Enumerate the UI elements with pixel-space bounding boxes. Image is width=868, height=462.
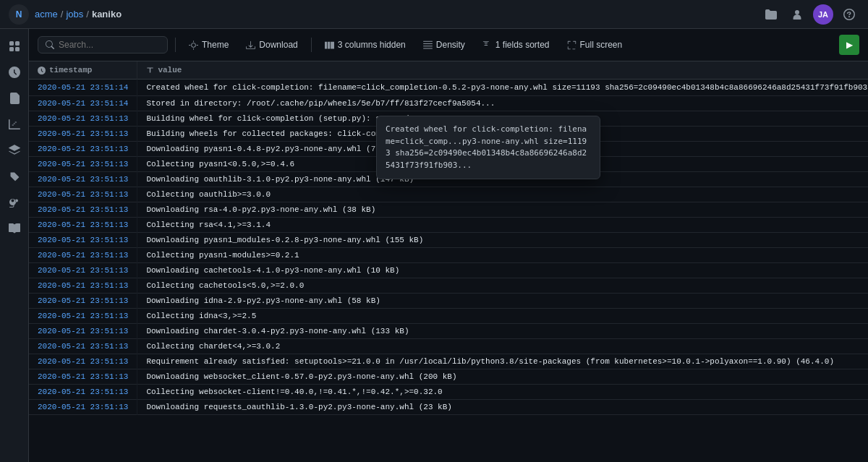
sort-icon — [482, 40, 492, 50]
run-button[interactable]: ▶ — [839, 35, 859, 55]
book-icon — [9, 223, 20, 234]
search-icon — [46, 40, 54, 49]
cell-value: Stored in directory: /root/.cache/pip/wh… — [137, 96, 868, 111]
breadcrumb-sep-2: / — [86, 9, 89, 20]
theme-button[interactable]: Theme — [183, 37, 234, 53]
theme-label: Theme — [202, 40, 229, 50]
cell-value: Downloading requests_oauthlib-1.3.0-py2.… — [137, 400, 868, 415]
cell-value: Collecting cachetools<5.0,>=2.0.0 — [137, 278, 868, 294]
th-timestamp[interactable]: timestamp — [29, 61, 137, 80]
avatar[interactable]: JA — [813, 4, 833, 25]
cell-timestamp: 2020-05-21 23:51:13 — [29, 278, 137, 294]
fullscreen-button[interactable]: Full screen — [561, 37, 629, 53]
sidebar-item-book[interactable] — [3, 217, 26, 240]
sidebar-item-file[interactable] — [3, 87, 26, 110]
cell-value: Collecting idna<3,>=2.5 — [137, 309, 868, 324]
top-nav: N acme / jobs / kaniko JA — [0, 0, 868, 29]
cell-value: Collecting rsa<4.1,>=3.1.4 — [137, 218, 868, 233]
log-table: timestamp value — [29, 61, 868, 415]
breadcrumb-acme[interactable]: acme — [35, 9, 58, 20]
cell-timestamp: 2020-05-21 23:51:13 — [29, 324, 137, 339]
density-button[interactable]: Density — [417, 37, 471, 53]
cell-timestamp: 2020-05-21 23:51:13 — [29, 400, 137, 415]
table-header-row: timestamp value — [29, 61, 868, 80]
cell-value: Downloading websocket_client-0.57.0-py2.… — [137, 369, 868, 385]
fields-sorted-label: 1 fields sorted — [495, 40, 550, 50]
breadcrumb-sep-1: / — [61, 9, 64, 20]
th-value[interactable]: value — [137, 61, 868, 80]
cell-value: Downloading cachetools-4.1.0-py3-none-an… — [137, 263, 868, 278]
table-row: 2020-05-21 23:51:13Downloading requests_… — [29, 400, 868, 415]
cell-timestamp: 2020-05-21 23:51:13 — [29, 263, 137, 278]
fullscreen-label: Full screen — [580, 40, 623, 50]
breadcrumb-jobs[interactable]: jobs — [66, 9, 83, 20]
sidebar-item-layers[interactable] — [3, 139, 26, 162]
th-timestamp-label: timestamp — [49, 66, 92, 74]
grid-icon — [9, 40, 20, 52]
cell-timestamp: 2020-05-21 23:51:13 — [29, 385, 137, 400]
cell-timestamp: 2020-05-21 23:51:13 — [29, 339, 137, 354]
cell-value: Downloading chardet-3.0.4-py2.py3-none-a… — [137, 324, 868, 339]
th-value-label: value — [158, 66, 182, 74]
table-row: 2020-05-21 23:51:14Stored in directory: … — [29, 96, 868, 111]
sidebar-item-tag[interactable] — [3, 165, 26, 188]
clock-col-icon — [38, 67, 46, 74]
cell-value: Collecting chardet<4,>=3.0.2 — [137, 339, 868, 354]
table-row: 2020-05-21 23:51:13Downloading pyasn1_mo… — [29, 233, 868, 248]
log-tooltip: Created wheel for click-completion: file… — [376, 116, 600, 179]
table-row: 2020-05-21 23:51:13Collecting idna<3,>=2… — [29, 309, 868, 324]
sidebar-item-grid[interactable] — [3, 35, 26, 58]
cell-timestamp: 2020-05-21 23:51:13 — [29, 202, 137, 218]
table-row: 2020-05-21 23:51:13Requirement already s… — [29, 354, 868, 369]
search-box[interactable] — [38, 36, 168, 54]
breadcrumb-current: kaniko — [92, 9, 122, 20]
density-icon — [423, 40, 433, 50]
file-icon — [9, 93, 20, 104]
cell-timestamp: 2020-05-21 23:51:13 — [29, 172, 137, 187]
toolbar-separator-2 — [311, 38, 312, 52]
cell-value: Downloading pyasn1_modules-0.2.8-py3-non… — [137, 233, 868, 248]
search-input[interactable] — [59, 40, 145, 50]
table-row: 2020-05-21 23:51:13Collecting cachetools… — [29, 278, 868, 294]
cell-timestamp: 2020-05-21 23:51:13 — [29, 142, 137, 157]
user-icon-btn[interactable] — [787, 4, 807, 25]
folder-icon-btn[interactable] — [761, 4, 781, 25]
nav-logo[interactable]: N — [9, 4, 29, 25]
sidebar — [0, 29, 29, 462]
cell-timestamp: 2020-05-21 23:51:13 — [29, 127, 137, 142]
cell-timestamp: 2020-05-21 23:51:13 — [29, 369, 137, 385]
cell-timestamp: 2020-05-21 23:51:13 — [29, 233, 137, 248]
clock-icon — [9, 67, 20, 78]
cell-value: Downloading idna-2.9-py2.py3-none-any.wh… — [137, 294, 868, 309]
table-row: 2020-05-21 23:51:13Downloading rsa-4.0-p… — [29, 202, 868, 218]
cell-value: Collecting websocket-client!=0.40.0,!=0.… — [137, 385, 868, 400]
help-icon-btn[interactable] — [839, 4, 859, 25]
table-row: 2020-05-21 23:51:13Downloading websocket… — [29, 369, 868, 385]
cell-value: Collecting pyasn1-modules>=0.2.1 — [137, 248, 868, 263]
sidebar-item-clock[interactable] — [3, 61, 26, 84]
cell-value: Collecting oauthlib>=3.0.0 — [137, 187, 868, 202]
fields-sorted-button[interactable]: 1 fields sorted — [477, 37, 556, 53]
table-row: 2020-05-21 23:51:13Downloading idna-2.9-… — [29, 294, 868, 309]
cell-timestamp: 2020-05-21 23:51:13 — [29, 309, 137, 324]
cell-timestamp: 2020-05-21 23:51:13 — [29, 248, 137, 263]
download-label: Download — [259, 40, 297, 50]
breadcrumb: acme / jobs / kaniko — [35, 9, 122, 20]
help-icon — [843, 9, 855, 20]
user-icon — [791, 9, 803, 20]
main-content: Theme Download 3 columns hidden — [29, 29, 868, 462]
columns-hidden-button[interactable]: 3 columns hidden — [319, 37, 412, 53]
layout: Theme Download 3 columns hidden — [0, 29, 868, 462]
table-row: 2020-05-21 23:51:13Collecting chardet<4,… — [29, 339, 868, 354]
toolbar: Theme Download 3 columns hidden — [29, 29, 868, 61]
chart-icon — [9, 119, 20, 130]
sidebar-item-users[interactable] — [3, 191, 26, 214]
cell-timestamp: 2020-05-21 23:51:14 — [29, 80, 137, 96]
cell-value: Created wheel for click-completion: file… — [137, 80, 868, 96]
table-row: 2020-05-21 23:51:13Collecting websocket-… — [29, 385, 868, 400]
download-button[interactable]: Download — [240, 37, 303, 53]
table-row: 2020-05-21 23:51:13Downloading chardet-3… — [29, 324, 868, 339]
theme-icon — [189, 40, 198, 50]
cell-value: Downloading rsa-4.0-py2.py3-none-any.whl… — [137, 202, 868, 218]
sidebar-item-chart[interactable] — [3, 113, 26, 136]
